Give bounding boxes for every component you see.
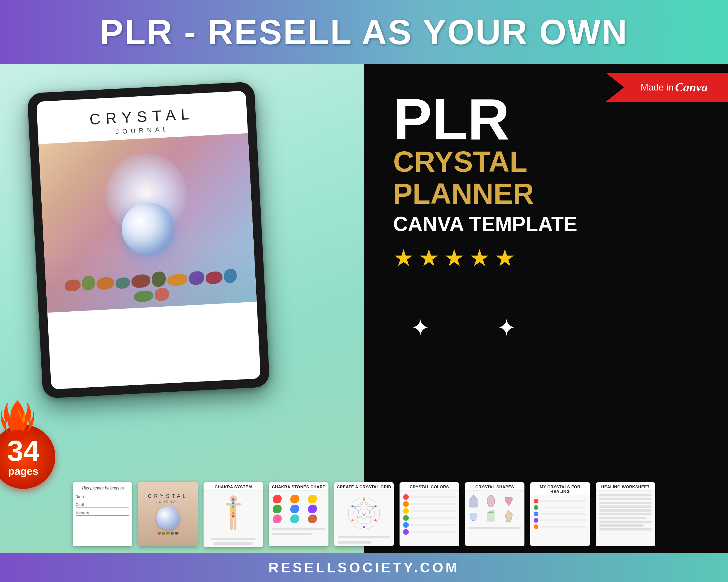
canva-template-label: CANVA TEMPLATE xyxy=(393,213,577,236)
crystal-journal-title: CRYSTAL xyxy=(148,493,188,499)
planner-label: PLANNER xyxy=(393,177,534,210)
worksheet-lines xyxy=(598,492,653,532)
mini-stones xyxy=(158,532,179,535)
color-row xyxy=(403,508,456,514)
svg-point-20 xyxy=(374,505,376,507)
svg-point-19 xyxy=(352,505,354,507)
svg-point-21 xyxy=(352,519,354,521)
shape-sphere xyxy=(469,509,478,523)
crystal-grid-header: CREATE A CRYSTAL GRID xyxy=(334,482,394,491)
svg-rect-27 xyxy=(488,512,494,521)
preview-page-chakra-stones: CHAKRA STONES CHART xyxy=(269,482,328,546)
tablet-subtitle: JOURNAL xyxy=(115,126,170,136)
ownership-content: This planner belongs to Name Email Busin… xyxy=(73,482,132,546)
healing-list xyxy=(532,497,588,531)
color-row xyxy=(403,501,456,507)
healing-row xyxy=(534,511,586,516)
content-area: CRYSTAL JOURNAL xyxy=(0,64,728,553)
email-field: Email xyxy=(76,503,129,507)
star-1: ★ xyxy=(393,244,414,272)
tablet-title: CRYSTAL xyxy=(89,105,195,128)
star-5: ★ xyxy=(494,244,515,272)
preview-page-crystal-shapes: CRYSTAL SHAPES xyxy=(465,482,524,546)
stone-teal xyxy=(290,515,299,523)
badge-label: pages xyxy=(8,465,38,477)
right-panel: Made in Canva PLR ✦ ✦ CRYSTAL PLANNER CA… xyxy=(364,64,728,553)
color-row xyxy=(403,515,456,521)
svg-point-18 xyxy=(363,526,365,528)
preview-page-worksheet: HEALING WORKSHEET xyxy=(596,482,655,546)
stars-row: ★ ★ ★ ★ ★ xyxy=(393,244,515,272)
worksheet-header: HEALING WORKSHEET xyxy=(596,482,655,491)
chakra-system-header: CHAKRA SYSTEM xyxy=(204,482,263,491)
worksheet-body xyxy=(596,491,655,546)
tablet-image xyxy=(38,133,257,313)
svg-point-11 xyxy=(232,512,235,515)
name-field: Name xyxy=(76,495,129,499)
svg-point-22 xyxy=(374,519,376,521)
svg-point-12 xyxy=(232,515,235,518)
healing-row xyxy=(534,518,586,523)
shape-raw xyxy=(504,509,513,523)
grid-pattern xyxy=(336,492,392,534)
crystal-shapes-header: CRYSTAL SHAPES xyxy=(465,482,524,491)
svg-marker-16 xyxy=(354,499,374,519)
crystal-journal-sub: JOURNAL xyxy=(156,500,180,503)
svg-point-23 xyxy=(363,512,365,515)
healing-body xyxy=(530,495,590,546)
svg-point-8 xyxy=(232,502,235,504)
chakra-stones-body xyxy=(269,491,328,546)
svg-point-0 xyxy=(7,430,27,440)
svg-point-9 xyxy=(232,505,235,508)
preview-page-crystal-journal: CRYSTAL JOURNAL xyxy=(138,482,198,546)
stone-green xyxy=(273,505,282,513)
star-3: ★ xyxy=(444,244,465,272)
stone-red xyxy=(273,495,282,503)
svg-rect-6 xyxy=(234,518,236,530)
stone-pink xyxy=(273,515,282,523)
ownership-title: This planner belongs to xyxy=(76,486,129,490)
flame-icon xyxy=(0,399,35,442)
shape-cube xyxy=(487,509,495,523)
svg-point-7 xyxy=(232,498,235,501)
header-title: PLR - RESELL AS YOUR OWN xyxy=(100,12,628,52)
canva-ribbon: Made in Canva xyxy=(606,73,728,102)
made-in-text: Made in xyxy=(641,82,674,93)
stone-orange xyxy=(290,495,299,503)
preview-page-crystal-colors: CRYSTAL COLORS xyxy=(399,482,459,546)
shape-oval xyxy=(487,495,495,508)
svg-marker-24 xyxy=(470,495,477,507)
star-4: ★ xyxy=(469,244,490,272)
color-row xyxy=(403,494,456,500)
color-list xyxy=(401,492,457,536)
plr-label: PLR xyxy=(393,93,510,145)
footer: RESELLSOCIETY.COM xyxy=(0,553,728,582)
healing-header: MY CRYSTALS FOR HEALING xyxy=(530,482,590,495)
healing-row xyxy=(534,505,586,510)
left-panel: CRYSTAL JOURNAL xyxy=(0,64,364,553)
svg-rect-3 xyxy=(226,503,230,506)
stone-blue xyxy=(290,505,299,513)
crystal-grid-body xyxy=(334,491,394,546)
canva-logo: Canva xyxy=(675,80,708,94)
tablet-frame: CRYSTAL JOURNAL xyxy=(27,82,270,398)
crystals-pile xyxy=(44,244,257,312)
preview-page-healing: MY CRYSTALS FOR HEALING xyxy=(530,482,590,546)
crystal-shapes-body xyxy=(465,491,524,546)
svg-point-17 xyxy=(363,498,365,500)
main-container: PLR - RESELL AS YOUR OWN CRYSTAL JOURNAL xyxy=(0,0,728,582)
svg-point-25 xyxy=(487,495,495,507)
color-row xyxy=(403,529,456,535)
business-field: Business xyxy=(76,511,129,516)
crystal-colors-header: CRYSTAL COLORS xyxy=(399,482,459,491)
healing-row xyxy=(534,524,586,529)
color-row xyxy=(403,522,456,528)
tablet-mockup: CRYSTAL JOURNAL xyxy=(35,87,262,393)
svg-point-10 xyxy=(232,509,235,511)
sparkle-right-icon: ✦ xyxy=(497,314,516,341)
chakra-stones-header: CHAKRA STONES CHART xyxy=(269,482,328,491)
crystal-stones xyxy=(56,267,246,306)
svg-rect-4 xyxy=(236,503,241,506)
tablet-screen: CRYSTAL JOURNAL xyxy=(36,91,261,389)
shape-heart xyxy=(504,495,513,508)
